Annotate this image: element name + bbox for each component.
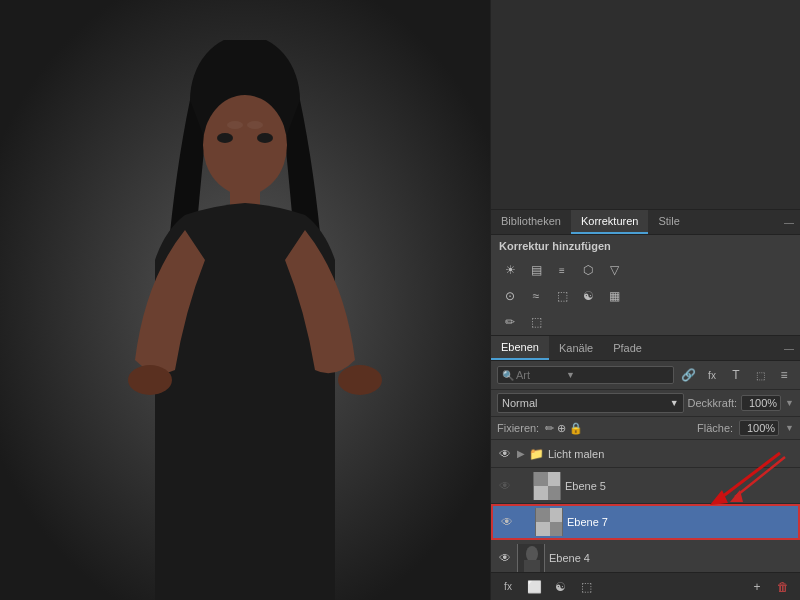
posterize-icon[interactable]: ⬚: [525, 313, 547, 331]
layer-4-visibility[interactable]: 👁: [497, 550, 513, 566]
fix-move-icon[interactable]: ⊕: [557, 422, 566, 435]
thumbnail-photo: [518, 544, 544, 572]
fix-row: Fixieren: ✏ ⊕ 🔒 Fläche: ▼: [491, 417, 800, 440]
photo-filter-icon[interactable]: ☯: [577, 287, 599, 305]
fix-label: Fixieren:: [497, 422, 539, 434]
layer-fx-bottom-icon[interactable]: fx: [497, 577, 519, 597]
photo-subject: [105, 40, 385, 600]
layer-5-thumbnail: [533, 472, 561, 500]
fill-input[interactable]: [739, 420, 779, 436]
thumbnail-checkerboard: [534, 472, 560, 500]
layer-mode-icon[interactable]: ≡: [774, 365, 794, 385]
svg-point-6: [338, 365, 382, 395]
svg-rect-15: [536, 522, 550, 536]
svg-point-18: [526, 546, 538, 562]
hue-saturation-icon[interactable]: ⊙: [499, 287, 521, 305]
opacity-label: Deckkraft:: [688, 397, 738, 409]
eye-icon: 👁: [499, 551, 511, 565]
layer-5-visibility[interactable]: 👁: [497, 478, 513, 494]
tab-stile[interactable]: Stile: [648, 210, 689, 234]
group-visibility-toggle[interactable]: 👁: [497, 446, 513, 462]
tab-pfade[interactable]: Pfade: [603, 337, 652, 359]
layer-group-icon[interactable]: ⬚: [575, 577, 597, 597]
layers-panel-collapse[interactable]: —: [778, 339, 800, 358]
svg-rect-13: [536, 508, 550, 522]
layer-7-visibility[interactable]: 👁: [499, 514, 515, 530]
panel-collapse-button[interactable]: —: [778, 213, 800, 232]
layer-row-ebene7[interactable]: 👁 Ebene 7: [491, 504, 800, 540]
fill-arrow[interactable]: ▼: [785, 423, 794, 433]
black-white-icon[interactable]: ⬚: [551, 287, 573, 305]
tab-bibliotheken[interactable]: Bibliotheken: [491, 210, 571, 234]
group-name: Licht malen: [548, 448, 794, 460]
layer-mask-icon[interactable]: ⬜: [523, 577, 545, 597]
levels-icon[interactable]: ≡: [551, 261, 573, 279]
fix-icons: ✏ ⊕ 🔒: [545, 422, 583, 435]
right-panel: Bibliotheken Korrekturen Stile — Korrekt…: [490, 0, 800, 600]
color-balance-icon[interactable]: ≈: [525, 287, 547, 305]
svg-point-3: [257, 133, 273, 143]
adjustment-icons-row-2: ⊙ ≈ ⬚ ☯ ▦: [491, 283, 800, 309]
svg-rect-19: [524, 560, 540, 572]
channel-mixer-icon[interactable]: ▦: [603, 287, 625, 305]
curves-icon[interactable]: ▤: [525, 261, 547, 279]
fix-position-icon[interactable]: ✏: [545, 422, 554, 435]
brightness-icon[interactable]: ☀: [499, 261, 521, 279]
layers-filter-toolbar: 🔍 ▼ 🔗 fx T ⬚ ≡: [491, 361, 800, 390]
gradient-map-icon[interactable]: ✏: [499, 313, 521, 331]
blend-mode-arrow: ▼: [670, 398, 679, 408]
thumbnail-checkerboard: [536, 508, 562, 536]
layers-panel-tabs: Ebenen Kanäle Pfade —: [491, 336, 800, 361]
tab-korrekturen[interactable]: Korrekturen: [571, 210, 648, 234]
svg-rect-14: [550, 508, 562, 522]
adjustments-section-title: Korrektur hinzufügen: [491, 235, 800, 257]
blend-mode-label: Normal: [502, 397, 537, 409]
adjustment-icons-row-1: ☀ ▤ ≡ ⬡ ▽: [491, 257, 800, 283]
layer-search-container: 🔍 ▼: [497, 366, 674, 384]
tab-kanaele[interactable]: Kanäle: [549, 337, 603, 359]
layer-row-ebene5[interactable]: 👁 Ebene 5: [491, 468, 800, 504]
layer-group-licht-malen[interactable]: 👁 ▶ 📁 Licht malen: [491, 440, 800, 468]
adjustment-icons-row-3: ✏ ⬚: [491, 309, 800, 335]
opacity-input[interactable]: [741, 395, 781, 411]
eye-icon: 👁: [501, 515, 513, 529]
layer-5-name: Ebene 5: [565, 480, 794, 492]
fix-lock-icon[interactable]: 🔒: [569, 422, 583, 435]
layer-adjustment-icon[interactable]: ☯: [549, 577, 571, 597]
layer-4-name: Ebene 4: [549, 552, 794, 564]
opacity-arrow[interactable]: ▼: [785, 398, 794, 408]
layer-fx-icon[interactable]: fx: [702, 365, 722, 385]
svg-point-5: [128, 365, 172, 395]
layer-7-name: Ebene 7: [567, 516, 792, 528]
layer-delete-icon[interactable]: 🗑: [772, 577, 794, 597]
svg-point-7: [227, 121, 243, 129]
layer-adjust-icon[interactable]: ⬚: [750, 365, 770, 385]
svg-point-1: [203, 95, 287, 195]
vibrance-icon[interactable]: ▽: [603, 261, 625, 279]
svg-point-8: [247, 121, 263, 129]
layer-filter-input[interactable]: [516, 369, 566, 381]
svg-rect-11: [534, 486, 548, 500]
adjustments-panel-tabs: Bibliotheken Korrekturen Stile —: [491, 210, 800, 235]
eye-icon: 👁: [499, 479, 511, 493]
svg-point-2: [217, 133, 233, 143]
blend-mode-row: Normal ▼ Deckkraft: ▼: [491, 390, 800, 417]
layer-type-icon[interactable]: T: [726, 365, 746, 385]
layer-link-icon[interactable]: 🔗: [678, 365, 698, 385]
blend-mode-select[interactable]: Normal ▼: [497, 393, 684, 413]
svg-rect-12: [548, 486, 560, 500]
adjustments-panel: Bibliotheken Korrekturen Stile — Korrekt…: [491, 210, 800, 336]
layers-panel: Ebenen Kanäle Pfade — 🔍 ▼ 🔗 fx T ⬚ ≡ Nor…: [491, 336, 800, 600]
eye-icon: 👁: [499, 447, 511, 461]
layer-row-ebene4[interactable]: 👁 Ebene 4: [491, 540, 800, 572]
filter-dropdown-arrow[interactable]: ▼: [566, 370, 575, 380]
canvas-area: [0, 0, 490, 600]
tab-ebenen[interactable]: Ebenen: [491, 336, 549, 360]
layer-4-thumbnail: [517, 544, 545, 572]
search-icon: 🔍: [502, 370, 514, 381]
layer-add-icon[interactable]: +: [746, 577, 768, 597]
exposure-icon[interactable]: ⬡: [577, 261, 599, 279]
svg-rect-9: [534, 472, 548, 486]
group-expand-icon[interactable]: ▶: [517, 448, 525, 459]
folder-icon: 📁: [529, 447, 544, 461]
